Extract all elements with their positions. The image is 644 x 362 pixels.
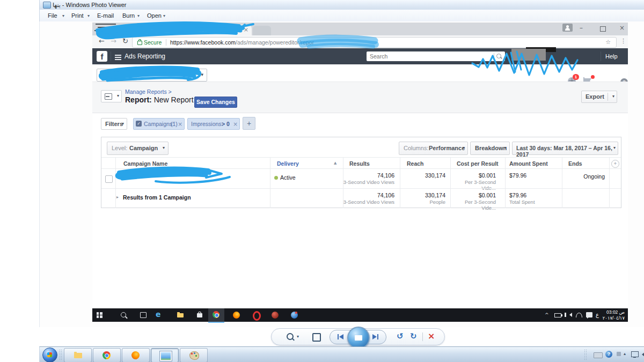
help-label[interactable]: Help xyxy=(605,53,618,60)
search-input[interactable] xyxy=(367,51,496,61)
add-column-icon[interactable]: + xyxy=(611,160,619,168)
win7-paint-button[interactable] xyxy=(180,348,208,362)
device-tray-icon[interactable] xyxy=(617,352,621,356)
menu-open-caret-icon[interactable]: ▾ xyxy=(163,13,165,18)
tray-chevron-icon[interactable]: ^ xyxy=(545,312,549,317)
level-dropdown[interactable]: Level: Campaign ▾ xyxy=(107,142,169,155)
file-explorer-icon[interactable] xyxy=(177,313,184,317)
tab-close-icon[interactable]: × xyxy=(244,26,248,33)
previous-icon[interactable] xyxy=(338,334,339,339)
expand-arrow-icon[interactable]: ▸ xyxy=(116,195,119,200)
breakdown-dropdown[interactable]: Breakdown ▾ xyxy=(470,142,510,155)
zoom-caret-icon[interactable]: ▾ xyxy=(297,334,299,339)
add-filter-button[interactable]: + xyxy=(243,117,255,130)
sort-asc-icon[interactable]: ▲ xyxy=(334,161,336,165)
battery-icon[interactable] xyxy=(554,313,561,317)
remove-filter-icon[interactable]: × xyxy=(178,121,182,127)
win10-start-button[interactable] xyxy=(97,312,103,318)
filters-button[interactable]: Filters ▾ xyxy=(101,118,127,130)
fit-to-window-icon[interactable] xyxy=(312,333,321,342)
breadcrumb[interactable]: Manage Reports > xyxy=(125,88,172,95)
search-icon[interactable] xyxy=(496,54,501,58)
browser-tab-active[interactable]: Power Editor - Reporting × xyxy=(173,25,252,35)
menu-burn-caret-icon[interactable]: ▾ xyxy=(137,13,140,18)
action-center-icon[interactable] xyxy=(586,312,592,317)
photo-viewer-titlebar[interactable]: بنها - Windows Photo Viewer xyxy=(39,0,644,10)
language-indicator[interactable]: ع xyxy=(596,312,599,317)
slideshow-button[interactable] xyxy=(347,327,370,349)
forward-icon[interactable]: → xyxy=(111,37,116,45)
filter-pill-campaigns[interactable]: ✓ Campaigns: (1) × xyxy=(133,118,185,130)
col-ends[interactable]: Ends xyxy=(568,160,582,167)
address-bar[interactable]: Secure https://www.facebook.com/ads/mana… xyxy=(132,37,617,48)
menu-open[interactable]: Open xyxy=(147,12,162,19)
rotate-counterclockwise-icon[interactable]: ↺ xyxy=(397,331,404,341)
row-checkbox[interactable] xyxy=(105,175,113,183)
help-tray-icon[interactable]: ? xyxy=(605,351,612,358)
report-type-button[interactable]: ▾ xyxy=(101,90,122,102)
menu-email[interactable]: E-mail xyxy=(97,12,114,19)
win10-clock[interactable]: 03:02 ص ٢٠١٧/٠٤/١٧ xyxy=(603,309,625,321)
taskbar-app-icon[interactable] xyxy=(272,312,279,319)
col-campaign-name[interactable]: Campaign Name xyxy=(123,160,167,167)
menu-print[interactable]: Print xyxy=(71,12,84,19)
col-amount-spent[interactable]: Amount Spent xyxy=(509,160,548,167)
browser-restore-button[interactable] xyxy=(600,26,606,32)
refresh-icon[interactable]: ↻ xyxy=(122,37,128,45)
back-icon[interactable]: ← xyxy=(99,37,105,45)
edge-icon[interactable]: e xyxy=(156,310,161,319)
keyboard-tray-icon[interactable] xyxy=(594,352,603,358)
new-tab-button[interactable] xyxy=(253,26,271,35)
col-reach[interactable]: Reach xyxy=(407,160,424,167)
browser-minimize-button[interactable]: – xyxy=(580,24,583,32)
columns-dropdown[interactable]: Columns: Performance ▾ xyxy=(399,142,468,155)
chrome-active-slot[interactable] xyxy=(208,308,224,323)
next-icon[interactable] xyxy=(372,334,377,339)
win7-start-orb[interactable] xyxy=(42,348,57,362)
filter-pill-impressions[interactable]: Impressions: > 0 × xyxy=(187,118,240,130)
rotate-clockwise-icon[interactable]: ↻ xyxy=(410,331,417,341)
opera-icon[interactable] xyxy=(253,311,261,321)
volume-icon[interactable] xyxy=(569,313,572,317)
win7-photo-viewer-button[interactable] xyxy=(151,348,179,362)
firefox-icon[interactable] xyxy=(233,312,240,319)
wifi-icon[interactable] xyxy=(576,313,582,317)
delete-icon[interactable]: × xyxy=(428,331,435,341)
win10-taskview-icon[interactable] xyxy=(140,312,147,318)
hamburger-menu-icon[interactable] xyxy=(115,54,121,61)
menu-burn[interactable]: Burn xyxy=(122,12,135,19)
win7-explorer-button[interactable] xyxy=(64,348,92,362)
menu-print-caret-icon[interactable]: ▾ xyxy=(87,13,90,18)
win7-chrome-button[interactable] xyxy=(93,348,121,362)
export-caret-icon[interactable]: ▾ xyxy=(612,94,614,99)
chrome-icon[interactable] xyxy=(213,311,219,318)
browser-close-button[interactable]: × xyxy=(619,24,625,32)
save-changes-button[interactable]: Save Changes xyxy=(194,97,237,108)
export-button[interactable]: Export ▾ xyxy=(581,91,617,103)
show-hidden-icons[interactable]: ▴ xyxy=(624,351,626,356)
menu-file-caret-icon[interactable]: ▾ xyxy=(62,13,64,18)
table-row-campaign[interactable]: Active 74,106 3-Second Video Views 330,1… xyxy=(101,168,621,189)
volume-tray-icon[interactable] xyxy=(642,352,644,357)
bookmark-star-icon[interactable]: ☆ xyxy=(605,39,611,46)
taskbar-app-icon[interactable] xyxy=(291,312,298,319)
win7-firefox-button[interactable] xyxy=(122,348,150,362)
network-tray-icon[interactable] xyxy=(631,351,639,357)
table-row-summary[interactable]: ▸ Results from 1 Campaign 74,106 3-Secon… xyxy=(101,188,621,209)
zoom-icon[interactable] xyxy=(287,333,294,340)
account-selector-dropdown[interactable]: ▾ xyxy=(97,69,207,82)
browser-menu-icon[interactable]: ⋮ xyxy=(620,38,626,45)
col-delivery[interactable]: Delivery xyxy=(277,160,299,167)
remove-filter-icon[interactable]: × xyxy=(233,121,238,127)
win10-search-icon[interactable] xyxy=(121,312,126,317)
col-cost-per-result[interactable]: Cost per Result xyxy=(457,160,499,167)
previous-icon[interactable] xyxy=(339,334,343,339)
fb-search-box[interactable] xyxy=(367,51,505,61)
menu-file[interactable]: File xyxy=(48,12,57,19)
date-range-dropdown[interactable]: Last 30 days: Mar 18, 2017 – Apr 16, 201… xyxy=(512,142,618,155)
facebook-logo[interactable]: f xyxy=(97,51,107,62)
browser-profile-button[interactable] xyxy=(562,24,573,32)
col-results[interactable]: Results xyxy=(349,160,370,167)
windows-store-icon[interactable] xyxy=(197,313,202,317)
next-icon[interactable] xyxy=(377,334,378,339)
